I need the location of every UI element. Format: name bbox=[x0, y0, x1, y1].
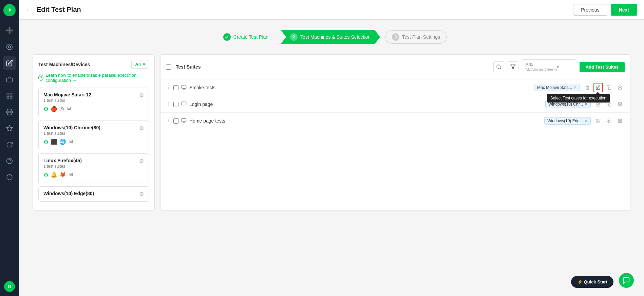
search-button[interactable] bbox=[493, 61, 504, 72]
sidebar-item-stars[interactable] bbox=[3, 122, 16, 135]
suite-name-1: Login page bbox=[189, 101, 543, 107]
suite-config-2[interactable] bbox=[615, 116, 625, 126]
avatar[interactable]: G bbox=[4, 281, 15, 292]
machine-gear-3[interactable]: ⚙ bbox=[139, 191, 144, 197]
machine-name-1: Windows(10) Chrome(80) bbox=[43, 125, 100, 130]
machine-card-0-header: Mac Mojave Safari 12 1 test suites ⚙ bbox=[43, 92, 144, 103]
suite-copy-0[interactable] bbox=[604, 83, 614, 92]
machine-card-3: Windows(10) Edge(80) ⚙ bbox=[38, 186, 149, 202]
machine-gear-0[interactable]: ⚙ bbox=[139, 92, 144, 98]
chat-button[interactable] bbox=[619, 273, 634, 288]
sidebar-item-refresh[interactable] bbox=[3, 138, 16, 151]
sidebar-item-grid[interactable] bbox=[3, 89, 16, 103]
help-text: Learn how to enable/disable parallel exe… bbox=[45, 73, 149, 83]
chevron-down-icon: ▾ bbox=[143, 62, 145, 67]
help-link[interactable]: ? Learn how to enable/disable parallel e… bbox=[38, 73, 149, 83]
sidebar-item-settings[interactable] bbox=[3, 105, 16, 119]
sidebar-item-add[interactable]: ➕ bbox=[3, 24, 16, 37]
svg-rect-5 bbox=[7, 96, 9, 98]
machine-icons-2: ⚙ 🔔 🦊 🖥 bbox=[43, 171, 144, 179]
sidebar-item-dashboard[interactable] bbox=[3, 40, 16, 54]
drag-handle-2[interactable]: ⠿ bbox=[166, 118, 169, 124]
step1-num bbox=[223, 33, 231, 41]
step-3: 3 Test Plan Settings bbox=[385, 30, 447, 44]
apple-icon-0: 🍎 bbox=[51, 106, 57, 113]
quick-start-button[interactable]: ⚡ Quick Start bbox=[571, 276, 613, 288]
content-area: Create Test Plan 2 Test Machines & Suite… bbox=[19, 20, 644, 296]
machine-card-3-header: Windows(10) Edge(80) ⚙ bbox=[43, 191, 144, 197]
back-button[interactable]: ← bbox=[26, 6, 33, 14]
machine-suites-0: 1 test suites bbox=[43, 98, 91, 103]
suite-actions-2 bbox=[593, 116, 625, 126]
svg-point-11 bbox=[497, 65, 500, 69]
suite-name-0: Smoke tests bbox=[189, 85, 531, 90]
linux-icon-2: 🔔 bbox=[51, 171, 57, 179]
step-1: Create Test Plan bbox=[216, 30, 275, 44]
next-button[interactable]: Next bbox=[611, 4, 637, 16]
step2-label: Test Machines & Suites Selection bbox=[300, 34, 371, 40]
step1-label: Create Test Plan bbox=[233, 34, 268, 40]
suite-copy-2[interactable] bbox=[604, 116, 614, 126]
machine-name-3: Windows(10) Edge(80) bbox=[43, 191, 94, 196]
select-all-checkbox[interactable] bbox=[166, 64, 171, 70]
drag-handle-1[interactable]: ⠿ bbox=[166, 101, 169, 107]
machine-card-0: Mac Mojave Safari 12 1 test suites ⚙ ⚙ 🍎… bbox=[38, 88, 149, 117]
monitor-icon-2: 🖥 bbox=[68, 171, 73, 179]
svg-point-0 bbox=[7, 44, 13, 50]
machine-info-3: Windows(10) Edge(80) bbox=[43, 191, 94, 197]
tag-close-0[interactable]: ✕ bbox=[573, 85, 577, 90]
machine-gear-1[interactable]: ⚙ bbox=[139, 125, 144, 131]
suite-config-0[interactable] bbox=[615, 83, 625, 92]
suite-edit-0[interactable] bbox=[593, 83, 603, 92]
svg-rect-19 bbox=[182, 102, 186, 105]
monitor-icon-1: 🖥 bbox=[68, 138, 73, 146]
tag-close-2[interactable]: ✕ bbox=[584, 118, 588, 123]
filter-select[interactable]: All ▾ bbox=[131, 60, 149, 69]
suite-checkbox-1[interactable] bbox=[173, 102, 178, 107]
gear-icon-0: ⚙ bbox=[43, 106, 49, 113]
suite-config-1[interactable] bbox=[615, 99, 625, 109]
machine-suites-2: 1 test suites bbox=[43, 164, 82, 169]
tag-close-1[interactable]: ✕ bbox=[584, 102, 588, 107]
svg-point-23 bbox=[619, 104, 621, 105]
machine-device-select[interactable]: Add Machine/Device ▾ bbox=[522, 59, 576, 74]
machine-info-2: Linux Firefox(45) 1 test suites bbox=[43, 158, 82, 169]
suite-type-icon-1 bbox=[181, 101, 187, 108]
svg-point-28 bbox=[619, 120, 621, 122]
machine-card-2: Linux Firefox(45) 1 test suites ⚙ ⚙ 🔔 🦊 … bbox=[38, 153, 149, 183]
suite-checkbox-2[interactable] bbox=[173, 118, 178, 124]
tag-text-0: Mac Mojave Safa... bbox=[537, 85, 572, 90]
sidebar-item-help[interactable] bbox=[3, 154, 16, 168]
topbar-actions: Previous Next bbox=[573, 4, 637, 16]
suite-machine-tag-2: Windows(10) Edg... ✕ bbox=[544, 117, 591, 125]
suite-machine-tag-0: Mac Mojave Safa... ✕ bbox=[534, 84, 580, 91]
machine-icons-1: ⚙ ⬛ 🌐 🖥 bbox=[43, 138, 144, 146]
suite-checkbox-0[interactable] bbox=[173, 85, 178, 90]
left-panel: Test Machines/Devices All ▾ ? Learn how … bbox=[33, 54, 155, 211]
machine-card-1-header: Windows(10) Chrome(80) 1 test suites ⚙ bbox=[43, 125, 144, 136]
drag-handle-0[interactable]: ⠿ bbox=[166, 85, 169, 90]
machine-card-1: Windows(10) Chrome(80) 1 test suites ⚙ ⚙… bbox=[38, 121, 149, 150]
right-panel-header: Test Suites Add Machine/Device ▾ Add Tes… bbox=[160, 55, 630, 79]
add-test-suites-button[interactable]: Add Test Suites bbox=[580, 62, 625, 72]
svg-marker-8 bbox=[7, 126, 13, 131]
previous-button[interactable]: Previous bbox=[573, 4, 607, 16]
suite-name-2: Home page tests bbox=[189, 118, 542, 124]
help-icon: ? bbox=[38, 75, 43, 81]
tooltip-select-cases: Select Test cases for execution bbox=[547, 94, 610, 103]
sidebar-item-packages[interactable] bbox=[3, 170, 16, 184]
windows-icon-1: ⬛ bbox=[51, 138, 57, 146]
svg-marker-13 bbox=[511, 65, 515, 69]
suite-edit-2[interactable] bbox=[593, 116, 603, 126]
svg-point-1 bbox=[8, 46, 11, 48]
step-2: 2 Test Machines & Suites Selection bbox=[281, 30, 380, 44]
sidebar-item-briefcase[interactable] bbox=[3, 73, 16, 86]
filter-button[interactable] bbox=[508, 61, 518, 72]
topbar-left: ← Edit Test Plan bbox=[26, 6, 81, 14]
gear-icon-1: ⚙ bbox=[43, 138, 49, 146]
sidebar-item-edit[interactable] bbox=[3, 56, 16, 70]
machine-gear-2[interactable]: ⚙ bbox=[139, 158, 144, 164]
svg-rect-27 bbox=[608, 120, 611, 123]
svg-line-12 bbox=[500, 68, 501, 69]
suite-delete-0[interactable] bbox=[583, 83, 592, 92]
